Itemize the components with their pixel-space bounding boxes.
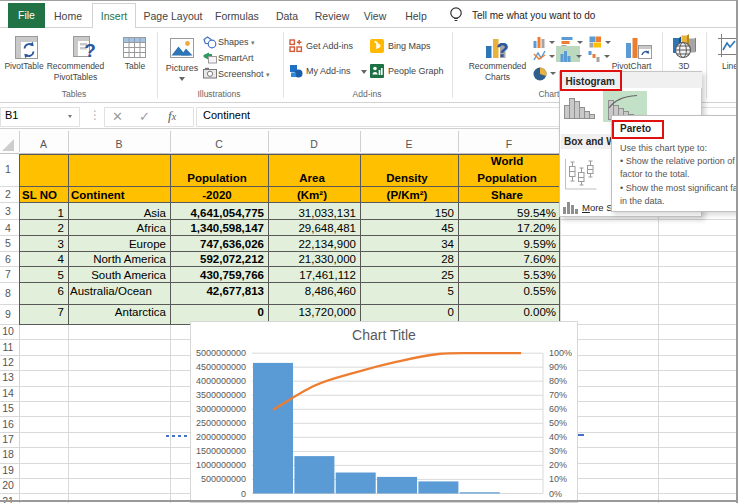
svg-text:2000000000: 2000000000 bbox=[196, 432, 246, 442]
svg-text:70%: 70% bbox=[549, 390, 567, 400]
svg-text:?: ? bbox=[496, 38, 509, 61]
svg-text:0: 0 bbox=[241, 489, 246, 499]
svg-text:Chart Title: Chart Title bbox=[352, 327, 416, 343]
svg-text:10%: 10% bbox=[549, 474, 567, 484]
svg-text:3000000000: 3000000000 bbox=[196, 404, 246, 414]
svg-text:80%: 80% bbox=[549, 376, 567, 386]
svg-text:4000000000: 4000000000 bbox=[196, 376, 246, 386]
svg-text:0%: 0% bbox=[549, 489, 562, 499]
svg-text:100%: 100% bbox=[549, 348, 572, 358]
svg-text:500000000: 500000000 bbox=[201, 474, 246, 484]
svg-text:2500000000: 2500000000 bbox=[196, 418, 246, 428]
svg-text:20%: 20% bbox=[549, 460, 567, 470]
svg-text:5000000000: 5000000000 bbox=[196, 348, 246, 358]
svg-text:60%: 60% bbox=[549, 404, 567, 414]
svg-text:3500000000: 3500000000 bbox=[196, 390, 246, 400]
svg-text:90%: 90% bbox=[549, 362, 567, 372]
svg-text:30%: 30% bbox=[549, 446, 567, 456]
svg-text:1000000000: 1000000000 bbox=[196, 460, 246, 470]
svg-text:50%: 50% bbox=[549, 418, 567, 428]
svg-text:?: ? bbox=[84, 40, 96, 60]
svg-text:1500000000: 1500000000 bbox=[196, 446, 246, 456]
svg-text:40%: 40% bbox=[549, 432, 567, 442]
svg-text:4500000000: 4500000000 bbox=[196, 362, 246, 372]
